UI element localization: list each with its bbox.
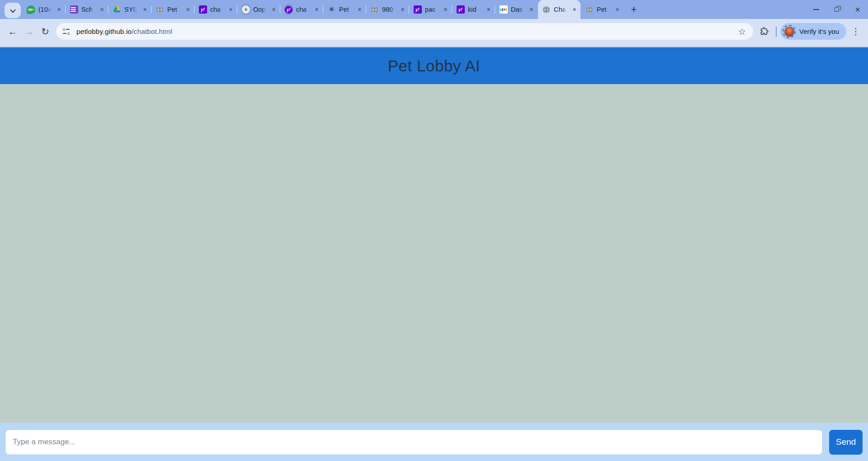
tab-close-icon[interactable]: × <box>356 6 363 14</box>
message-composer: Send <box>0 423 868 461</box>
profile-chip-label: Verify it's you <box>799 28 839 35</box>
browser-tab[interactable]: 99+ (104 × <box>23 0 65 19</box>
tab-title: Pet <box>339 6 353 13</box>
tab-title: pac <box>425 6 439 13</box>
page-title: Pet Lobby AI <box>388 57 480 75</box>
url-path: /chatbot.html <box>132 28 172 35</box>
minimize-button[interactable] <box>806 0 826 19</box>
yahoo-icon: y! <box>456 5 465 14</box>
tab-close-icon[interactable]: × <box>227 6 235 14</box>
tab-title: Sch <box>81 6 95 13</box>
yahoo-icon: y! <box>413 5 422 14</box>
tab-title: Pet <box>167 6 181 13</box>
yahoo-circle-icon: y! <box>284 5 293 14</box>
window-controls: × <box>806 0 868 19</box>
yahoo-icon: y! <box>198 5 207 14</box>
page-header: Pet Lobby AI <box>0 47 868 84</box>
tab-close-icon[interactable]: × <box>571 6 578 14</box>
avatar <box>784 27 794 37</box>
browser-tab[interactable]: Sch × <box>66 0 108 19</box>
url-host: petlobby.github.io <box>76 28 132 35</box>
browser-menu-icon[interactable]: ⋮ <box>848 24 863 40</box>
tab-close-icon[interactable]: × <box>613 6 621 14</box>
forward-button[interactable]: → <box>21 24 37 40</box>
tab-title: Das <box>511 6 524 13</box>
openai-icon: ✳ <box>327 5 336 14</box>
tab-close-icon[interactable]: × <box>270 6 278 14</box>
restore-button[interactable] <box>826 0 847 19</box>
restore-icon <box>835 7 839 12</box>
tab-close-icon[interactable]: × <box>98 6 106 14</box>
chat-messages-area <box>0 84 868 423</box>
globe-icon <box>585 5 594 14</box>
forms-icon <box>70 5 78 14</box>
message-input[interactable] <box>5 430 822 455</box>
tab-search-button[interactable] <box>5 3 21 18</box>
close-window-button[interactable]: × <box>847 0 868 19</box>
tab-title: kid <box>468 6 481 13</box>
browser-tab[interactable]: Cha × <box>538 0 580 19</box>
tab-close-icon[interactable]: × <box>313 6 321 14</box>
profile-chip[interactable]: Verify it's you <box>780 23 846 40</box>
tab-title: cha <box>210 6 224 13</box>
browser-toolbar: ← → ↻ petlobby.github.io/chatbot.html ☆ … <box>0 19 868 47</box>
minimize-icon <box>813 9 819 10</box>
globe-icon <box>542 5 551 14</box>
globe-icon <box>370 5 379 14</box>
bookmark-star-icon[interactable]: ☆ <box>735 26 749 37</box>
tab-close-icon[interactable]: × <box>485 6 492 14</box>
browser-tab[interactable]: ✳ Oop × <box>237 0 280 19</box>
tab-title: (104 <box>38 6 52 13</box>
browser-tab[interactable]: y! pac × <box>409 0 452 19</box>
site-settings-icon[interactable] <box>62 28 71 36</box>
tab-close-icon[interactable]: × <box>55 6 63 14</box>
tab-title: Oop <box>253 6 267 13</box>
reload-button[interactable]: ↻ <box>37 24 53 40</box>
browser-tab[interactable]: Das × <box>495 0 538 19</box>
drive-icon <box>113 5 121 14</box>
back-button[interactable]: ← <box>5 24 21 40</box>
tab-title: cha <box>296 6 310 13</box>
openai-dashed-icon: ✳ <box>241 5 250 14</box>
tab-close-icon[interactable]: × <box>528 6 535 14</box>
send-button[interactable]: Send <box>829 430 863 455</box>
browser-tab-strip: 99+ (104 × Sch × SYI2 × Pet × y! cha × ✳… <box>0 0 868 19</box>
browser-tab[interactable]: y! cha × <box>194 0 237 19</box>
tab-title: Cha <box>554 6 567 13</box>
browser-tab[interactable]: Pet × <box>151 0 194 19</box>
tab-title: SYI2 <box>124 6 138 13</box>
address-bar[interactable]: petlobby.github.io/chatbot.html ☆ <box>56 23 753 40</box>
new-tab-button[interactable]: + <box>627 3 641 16</box>
browser-tab[interactable]: ✳ Pet × <box>323 0 366 19</box>
browser-tab[interactable]: Pet × <box>581 0 623 19</box>
tab-list: 99+ (104 × Sch × SYI2 × Pet × y! cha × ✳… <box>23 0 623 19</box>
avatar-sync-ring <box>783 25 796 38</box>
globe-icon <box>156 5 164 14</box>
tab-close-icon[interactable]: × <box>442 6 449 14</box>
extensions-puzzle-icon[interactable] <box>756 24 772 40</box>
tab-title: 980 <box>382 6 396 13</box>
browser-tab[interactable]: y! kid × <box>452 0 495 19</box>
url-text: petlobby.github.io/chatbot.html <box>76 28 172 36</box>
toolbar-divider <box>776 26 777 37</box>
tab-close-icon[interactable]: × <box>141 6 149 14</box>
dashboard-icon <box>499 5 508 14</box>
browser-tab[interactable]: y! cha × <box>280 0 323 19</box>
browser-tab[interactable]: SYI2 × <box>108 0 151 19</box>
tab-close-icon[interactable]: × <box>399 6 406 14</box>
browser-tab[interactable]: 980 × <box>366 0 409 19</box>
chevron-down-icon <box>10 7 16 13</box>
chat-badge-icon: 99+ <box>27 5 35 14</box>
tab-title: Pet <box>597 6 610 13</box>
tab-close-icon[interactable]: × <box>184 6 192 14</box>
